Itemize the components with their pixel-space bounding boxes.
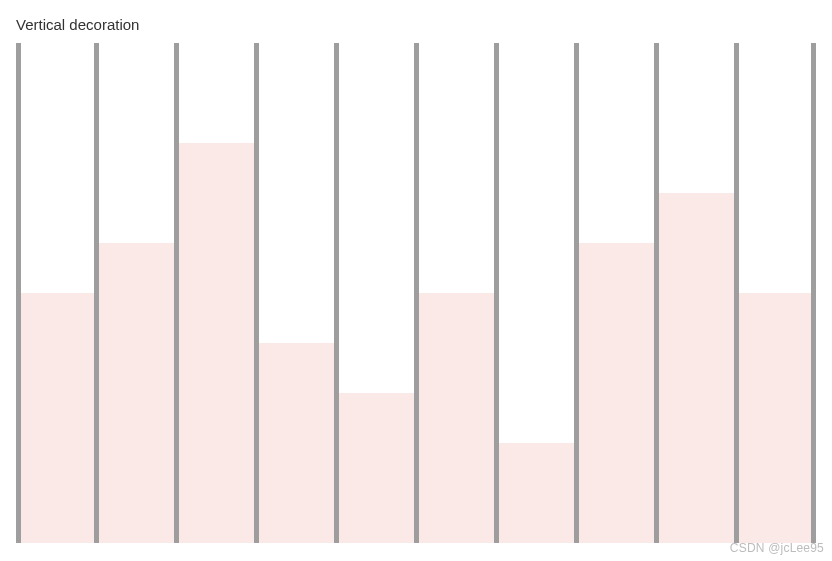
chart-container: Vertical decoration bbox=[0, 0, 832, 561]
bar-separator bbox=[811, 43, 816, 543]
bar bbox=[339, 393, 414, 543]
bar bbox=[659, 193, 734, 543]
watermark: CSDN @jcLee95 bbox=[730, 541, 824, 555]
plot-area bbox=[16, 43, 816, 543]
bar bbox=[739, 293, 812, 543]
bar bbox=[499, 443, 574, 543]
bar bbox=[419, 293, 494, 543]
bar bbox=[21, 293, 94, 543]
bar bbox=[579, 243, 654, 543]
bar bbox=[179, 143, 254, 543]
bar bbox=[99, 243, 174, 543]
chart-title: Vertical decoration bbox=[16, 16, 816, 33]
bar bbox=[259, 343, 334, 543]
